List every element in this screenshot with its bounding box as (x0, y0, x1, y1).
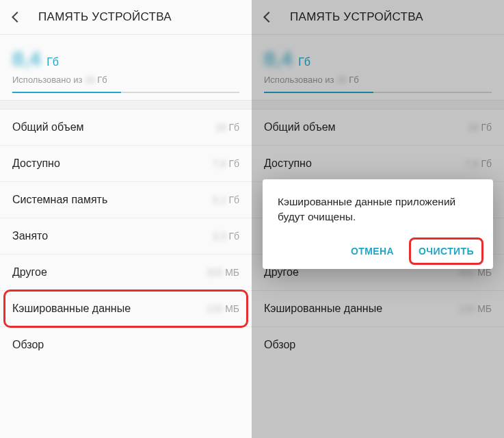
usage-subtitle: Использовано из 16 Гб (12, 75, 239, 85)
row-system[interactable]: Системная память 5,1 Гб (0, 182, 252, 218)
app-header: ПАМЯТЬ УСТРОЙСТВА (0, 0, 252, 35)
usage-value: 8,4 (12, 47, 41, 70)
row-other[interactable]: Другое 320 МБ (0, 255, 252, 291)
usage-progress (12, 92, 239, 93)
screen-storage-left: ПАМЯТЬ УСТРОЙСТВА 8,4 Гб Использовано из… (0, 0, 252, 438)
dialog-message: Кэшированные данные приложений будут очи… (278, 194, 478, 225)
screen-storage-right: ПАМЯТЬ УСТРОЙСТВА 8,4 Гб Использовано из… (252, 0, 504, 438)
page-title: ПАМЯТЬ УСТРОЙСТВА (38, 10, 172, 24)
usage-summary: 8,4 Гб Использовано из 16 Гб (0, 35, 252, 100)
clear-cache-dialog: Кэшированные данные приложений будут очи… (263, 179, 493, 269)
row-total[interactable]: Общий объем 16 Гб (0, 110, 252, 146)
back-icon[interactable] (8, 10, 23, 25)
cancel-button[interactable]: ОТМЕНА (347, 240, 398, 262)
storage-list: Общий объем 16 Гб Доступно 7,6 Гб Систем… (0, 110, 252, 363)
dialog-actions: ОТМЕНА ОЧИСТИТЬ (278, 240, 478, 262)
row-cached[interactable]: Кэшированные данные 120 МБ (0, 291, 252, 327)
row-used[interactable]: Занято 3,3 Гб (0, 218, 252, 255)
clear-button[interactable]: ОЧИСТИТЬ (414, 240, 478, 262)
row-available[interactable]: Доступно 7,6 Гб (0, 146, 252, 182)
usage-unit: Гб (47, 56, 59, 68)
row-explore[interactable]: Обзор (0, 327, 252, 363)
section-divider (0, 100, 252, 110)
